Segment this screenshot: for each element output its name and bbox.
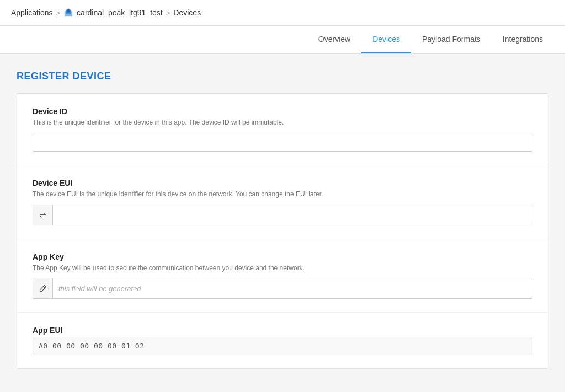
app-key-description: The App Key will be used to secure the c… (33, 264, 532, 273)
breadcrumb-sep-2: > (166, 9, 170, 17)
app-key-edit-icon[interactable] (33, 278, 53, 298)
tab-devices[interactable]: Devices (361, 26, 411, 53)
breadcrumb-applications[interactable]: Applications (11, 8, 53, 17)
svg-line-3 (43, 287, 45, 288)
breadcrumb: Applications > cardinal_peak_ltg91_test … (0, 0, 565, 26)
app-icon (63, 8, 73, 18)
app-key-placeholder: this field will be generated (53, 280, 532, 297)
svg-rect-2 (67, 9, 70, 12)
device-id-description: This is the unique identifier for the de… (33, 118, 532, 127)
breadcrumb-app-name[interactable]: cardinal_peak_ltg91_test (77, 8, 163, 17)
breadcrumb-sep-1: > (56, 9, 61, 17)
register-device-form: Device ID This is the unique identifier … (17, 93, 548, 369)
main-content: REGISTER DEVICE Device ID This is the un… (0, 54, 565, 391)
tabs-bar: Overview Devices Payload Formats Integra… (0, 26, 565, 54)
tab-payload-formats[interactable]: Payload Formats (411, 26, 492, 53)
app-key-section: App Key The App Key will be used to secu… (17, 239, 548, 313)
breadcrumb-current: Devices (173, 8, 201, 17)
device-id-input[interactable] (33, 133, 532, 152)
device-id-section: Device ID This is the unique identifier … (17, 94, 548, 165)
app-key-wrapper: this field will be generated (33, 278, 532, 299)
app-eui-section: App EUI A0 00 00 00 00 00 01 02 (17, 313, 548, 368)
device-eui-input[interactable] (53, 206, 532, 224)
device-eui-label: Device EUI (33, 179, 532, 187)
tab-integrations[interactable]: Integrations (492, 26, 554, 53)
app-key-label: App Key (33, 253, 532, 261)
app-eui-value: A0 00 00 00 00 00 01 02 (33, 337, 532, 355)
page-title: REGISTER DEVICE (17, 71, 548, 82)
device-eui-description: The device EUI is the unique identifier … (33, 190, 532, 199)
tab-overview[interactable]: Overview (307, 26, 361, 53)
app-eui-label: App EUI (33, 326, 532, 335)
device-id-label: Device ID (33, 107, 532, 116)
device-eui-random-icon[interactable]: ⇌ (33, 205, 53, 225)
device-eui-wrapper: ⇌ (33, 205, 532, 225)
device-eui-section: Device EUI The device EUI is the unique … (17, 165, 548, 239)
